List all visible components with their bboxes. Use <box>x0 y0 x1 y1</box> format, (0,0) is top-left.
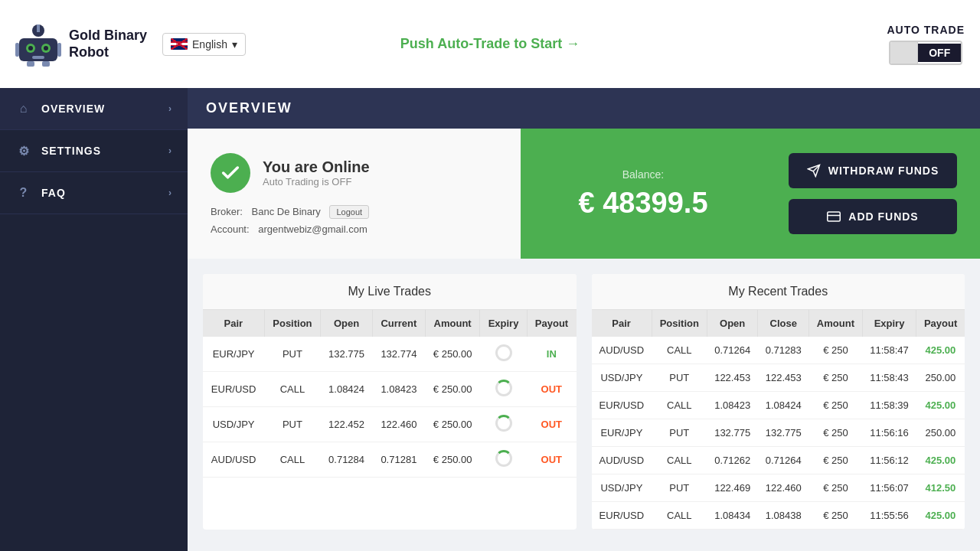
sidebar-arrow-overview: › <box>168 103 172 114</box>
balance-amount: € 48399.5 <box>578 187 707 220</box>
spinner-icon <box>495 450 512 467</box>
cell-position: CALL <box>264 372 320 407</box>
cell-amount: € 250.00 <box>425 407 480 442</box>
cell-amount: € 250 <box>809 502 863 530</box>
cell-open: 132.775 <box>707 419 758 447</box>
cell-payout: 425.00 <box>916 337 965 364</box>
cell-amount: € 250 <box>809 419 863 447</box>
cell-close: 1.08424 <box>758 392 809 419</box>
cell-payout: 425.00 <box>916 392 965 419</box>
recent-col-expiry: Expiry <box>862 310 916 337</box>
cell-position: PUT <box>264 407 320 442</box>
cell-pair: USD/JPY <box>203 407 264 442</box>
cell-pair: AUD/USD <box>592 337 652 364</box>
cell-open: 1.08434 <box>707 502 758 530</box>
sidebar-item-faq[interactable]: ? FAQ › <box>0 172 188 214</box>
cell-expiry: 11:56:16 <box>862 419 916 447</box>
cell-position: CALL <box>652 392 707 419</box>
add-funds-button[interactable]: ADD FUNDS <box>789 199 957 234</box>
cell-position: CALL <box>652 337 707 364</box>
auto-trade-toggle[interactable]: OFF <box>889 41 962 65</box>
recent-col-position: Position <box>652 310 707 337</box>
logo-text: Gold Binary Robot <box>69 28 147 60</box>
live-trades-title: My Live Trades <box>203 274 577 310</box>
live-col-open: Open <box>321 310 373 337</box>
cell-position: PUT <box>264 337 320 372</box>
live-col-pair: Pair <box>203 310 264 337</box>
cell-payout: OUT <box>527 372 576 407</box>
table-row: AUD/USD CALL 0.71284 0.71281 € 250.00 OU… <box>203 442 577 478</box>
svg-rect-8 <box>15 43 19 57</box>
cell-amount: € 250 <box>809 392 863 419</box>
cell-pair: AUD/USD <box>592 447 652 474</box>
recent-trades-table: Pair Position Open Close Amount Expiry P… <box>592 310 965 530</box>
auto-trade-area: AUTO TRADE OFF <box>887 24 965 65</box>
recent-col-close: Close <box>758 310 809 337</box>
overview-grid: You are Online Auto Trading is OFF Broke… <box>188 129 980 259</box>
cell-close: 0.71283 <box>758 337 809 364</box>
cell-amount: € 250.00 <box>425 337 480 372</box>
auto-trade-label: AUTO TRADE <box>887 24 965 36</box>
cell-payout: IN <box>527 337 576 372</box>
main-layout: ⌂ OVERVIEW › ⚙ SETTINGS › ? FAQ › OVERVI… <box>0 88 980 551</box>
content-header: OVERVIEW <box>188 88 980 129</box>
sidebar-item-settings[interactable]: ⚙ SETTINGS › <box>0 130 188 172</box>
home-icon: ⌂ <box>15 100 32 117</box>
push-message: Push Auto-Trade to Start → <box>400 36 580 52</box>
account-label: Account: <box>211 223 250 235</box>
spinner-icon <box>495 415 512 432</box>
cell-pair: EUR/USD <box>592 392 652 419</box>
flag-icon <box>171 38 188 50</box>
recent-trades-header-row: Pair Position Open Close Amount Expiry P… <box>592 310 965 337</box>
recent-trades-body: AUD/USD CALL 0.71264 0.71283 € 250 11:58… <box>592 337 965 530</box>
cell-expiry: 11:58:39 <box>862 392 916 419</box>
sidebar-item-overview[interactable]: ⌂ OVERVIEW › <box>0 88 188 130</box>
cell-close: 1.08438 <box>758 502 809 530</box>
language-selector[interactable]: English <box>162 33 246 56</box>
sidebar: ⌂ OVERVIEW › ⚙ SETTINGS › ? FAQ › <box>0 88 188 551</box>
recent-col-pair: Pair <box>592 310 652 337</box>
cell-close: 132.775 <box>758 419 809 447</box>
live-trades-body: EUR/JPY PUT 132.775 132.774 € 250.00 IN … <box>203 337 577 478</box>
sidebar-arrow-faq: › <box>168 187 172 198</box>
cell-payout: OUT <box>527 407 576 442</box>
sidebar-settings-label: SETTINGS <box>41 145 101 157</box>
cell-pair: USD/JPY <box>592 364 652 392</box>
broker-name: Banc De Binary <box>252 206 321 217</box>
live-col-position: Position <box>264 310 320 337</box>
live-col-current: Current <box>372 310 425 337</box>
withdraw-label: WITHDRAW FUNDS <box>828 165 939 177</box>
cell-open: 0.71284 <box>321 442 373 478</box>
svg-rect-14 <box>828 212 841 221</box>
table-row: EUR/USD CALL 1.08424 1.08423 € 250.00 OU… <box>203 372 577 407</box>
online-status-heading: You are Online <box>263 158 370 176</box>
table-row: USD/JPY PUT 122.453 122.453 € 250 11:58:… <box>592 364 965 392</box>
table-row: EUR/JPY PUT 132.775 132.774 € 250.00 IN <box>203 337 577 372</box>
sidebar-arrow-settings: › <box>168 145 172 156</box>
cell-pair: EUR/USD <box>592 502 652 530</box>
logout-button[interactable]: Logout <box>329 205 369 219</box>
robot-logo-icon <box>15 21 61 67</box>
table-row: EUR/USD CALL 1.08434 1.08438 € 250 11:55… <box>592 502 965 530</box>
cell-open: 122.452 <box>321 407 373 442</box>
svg-rect-11 <box>42 61 50 67</box>
cell-position: PUT <box>652 419 707 447</box>
cell-amount: € 250.00 <box>425 442 480 478</box>
action-buttons: WITHDRAW FUNDS ADD FUNDS <box>766 129 980 259</box>
withdraw-funds-button[interactable]: WITHDRAW FUNDS <box>789 153 957 188</box>
table-row: USD/JPY PUT 122.452 122.460 € 250.00 OUT <box>203 407 577 442</box>
svg-rect-7 <box>37 24 40 32</box>
balance-label: Balance: <box>622 168 664 181</box>
spinner-empty-icon <box>495 344 512 361</box>
trades-section: My Live Trades Pair Position Open Curren… <box>188 259 980 545</box>
cell-pair: AUD/USD <box>203 442 264 478</box>
cell-expiry <box>480 407 527 442</box>
cell-expiry: 11:56:07 <box>862 474 916 502</box>
account-email: argentwebiz@gmail.com <box>258 223 368 235</box>
cell-open: 122.469 <box>707 474 758 502</box>
cell-expiry: 11:56:12 <box>862 447 916 474</box>
cell-expiry <box>480 372 527 407</box>
cell-current: 1.08423 <box>372 372 425 407</box>
cell-pair: EUR/USD <box>203 372 264 407</box>
sidebar-overview-label: OVERVIEW <box>41 103 105 115</box>
